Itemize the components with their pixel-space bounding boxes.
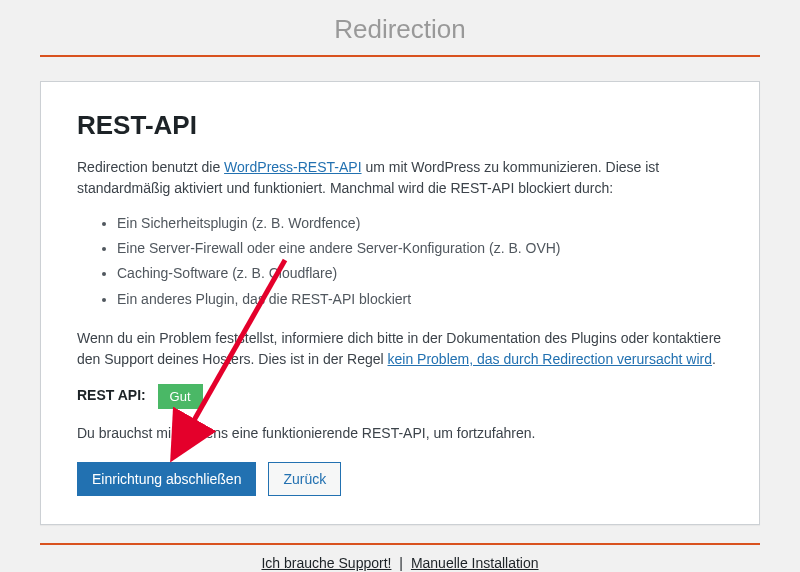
status-row: REST API: Gut <box>77 384 723 409</box>
problem-paragraph: Wenn du ein Problem feststellst, informi… <box>77 328 723 370</box>
not-redirection-problem-link[interactable]: kein Problem, das durch Redirection veru… <box>388 351 712 367</box>
requirement-text: Du brauchst mindestens eine funktioniere… <box>77 423 723 444</box>
back-button[interactable]: Zurück <box>268 462 341 496</box>
list-item: Ein Sicherheitsplugin (z. B. Wordfence) <box>117 211 723 236</box>
footer-links: Ich brauche Support! | Manuelle Installa… <box>0 545 800 572</box>
wordpress-rest-api-link[interactable]: WordPress-REST-API <box>224 159 361 175</box>
status-badge: Gut <box>158 384 203 409</box>
blockers-list: Ein Sicherheitsplugin (z. B. Wordfence) … <box>77 211 723 312</box>
footer-separator: | <box>395 555 406 571</box>
intro-paragraph: Redirection benutzt die WordPress-REST-A… <box>77 157 723 199</box>
list-item: Ein anderes Plugin, das die REST-API blo… <box>117 287 723 312</box>
finish-setup-button[interactable]: Einrichtung abschließen <box>77 462 256 496</box>
card-heading: REST-API <box>77 110 723 141</box>
page-title: Redirection <box>0 0 800 55</box>
support-link[interactable]: Ich brauche Support! <box>261 555 391 571</box>
status-label: REST API: <box>77 387 146 403</box>
header-divider <box>40 55 760 57</box>
list-item: Caching-Software (z. B. Cloudflare) <box>117 261 723 286</box>
problem-text-after: . <box>712 351 716 367</box>
list-item: Eine Server-Firewall oder eine andere Se… <box>117 236 723 261</box>
intro-text-before: Redirection benutzt die <box>77 159 224 175</box>
manual-install-link[interactable]: Manuelle Installation <box>411 555 539 571</box>
rest-api-card: REST-API Redirection benutzt die WordPre… <box>40 81 760 525</box>
button-row: Einrichtung abschließen Zurück <box>77 462 723 496</box>
